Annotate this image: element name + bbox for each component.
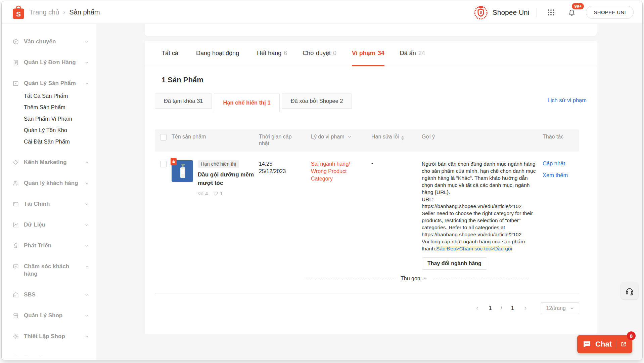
status-tabs: Tất cả Đang hoạt động Hết hàng6 Chờ duyệ…	[145, 41, 597, 66]
chat-divider	[616, 340, 616, 348]
tab-active[interactable]: Đang hoạt động	[196, 41, 241, 66]
support-headset-button[interactable]	[621, 282, 638, 299]
chat-bubble-icon	[12, 263, 19, 270]
dashed-line	[432, 279, 529, 279]
content-area: Vận chuyển Quản Lý Đơn Hàng Quản Lý Sản …	[2, 24, 642, 360]
likes-heart-icon	[213, 191, 218, 196]
col-violation-reason[interactable]: Lý do vi phạm	[311, 133, 371, 147]
subtab-deleted-by-shopee[interactable]: Đã xóa bởi Shopee 2	[282, 93, 352, 109]
restriction-badge: Hạn chế hiển thị	[198, 160, 239, 168]
chevron-up-icon	[423, 276, 428, 281]
views-eye-icon	[198, 191, 203, 196]
notifications-button[interactable]: 99+	[565, 6, 579, 19]
sidebar-item-customer-management[interactable]: Quản lý khách hàng	[12, 179, 89, 187]
col-updated-time: Thời gian cập nhật	[259, 133, 296, 147]
breadcrumb-home[interactable]: Trang chủ	[29, 8, 59, 16]
package-icon	[12, 38, 19, 45]
page-next-icon[interactable]	[523, 306, 528, 311]
select-all-checkbox[interactable]	[160, 134, 167, 140]
sidebar-item-development[interactable]: Phát Triển	[12, 242, 89, 249]
col-fix-deadline[interactable]: Hạn sửa lỗi	[371, 133, 422, 147]
breadcrumb-separator-icon: ›	[63, 9, 65, 16]
violation-reason: Sai ngành hàng/ Wrong Product Category	[311, 161, 350, 182]
violation-history-link[interactable]: Lịch sử vi phạm	[547, 97, 587, 104]
pagination: 1 / 1 12/trang	[155, 302, 579, 314]
product-name[interactable]: Dầu gội dưỡng mềm mượt tóc	[198, 170, 259, 187]
suggestion-text: Người bán cần chọn đúng danh mục ngành h…	[422, 160, 539, 252]
shop-brand[interactable]: S Shopee Uni	[473, 5, 530, 20]
sidebar-item-add-product[interactable]: Thêm Sản Phẩm	[24, 104, 89, 111]
tab-violation[interactable]: Vi phạm34	[352, 41, 384, 66]
notification-badge: 99+	[572, 3, 584, 10]
dashed-line	[306, 279, 396, 279]
chat-button[interactable]: Chat 8	[577, 335, 632, 353]
change-category-button[interactable]: Thay đổi ngành hàng	[422, 257, 487, 270]
sidebar-item-shipping[interactable]: Vận chuyển	[12, 38, 89, 45]
sidebar-item-data[interactable]: Dữ Liệu	[12, 221, 89, 229]
restricted-lock-icon	[171, 158, 177, 165]
chat-label: Chat	[595, 340, 612, 349]
shopee-logo-icon[interactable]: S	[12, 5, 25, 20]
tab-out-of-stock[interactable]: Hết hàng6	[257, 41, 287, 66]
chevron-down-icon	[85, 293, 89, 297]
col-actions: Thao tác	[543, 133, 563, 140]
product-thumbnail[interactable]	[172, 160, 193, 182]
likes-count: 1	[220, 191, 223, 196]
account-button[interactable]: SHOPEE UNI	[586, 6, 634, 19]
storefront-icon	[12, 312, 19, 319]
headset-icon	[625, 286, 634, 295]
row-checkbox[interactable]	[160, 161, 167, 167]
page-separator: /	[501, 305, 502, 312]
collapse-toggle[interactable]: Thu gọn	[401, 276, 428, 282]
col-product-name: Tên sản phẩm	[172, 133, 206, 140]
gear-icon	[12, 333, 19, 340]
chart-icon	[12, 221, 19, 228]
sidebar-item-violating-products[interactable]: Sản Phẩm Vi Phạm	[24, 115, 89, 122]
sidebar-item-customer-care[interactable]: Chăm sóc khách hàng	[12, 263, 89, 278]
apps-grid-icon[interactable]	[544, 6, 558, 19]
bell-icon	[568, 9, 576, 16]
product-info: Hạn chế hiển thị Dầu gội dưỡng mềm mượt …	[198, 160, 259, 270]
updated-date: 25/12/2023	[259, 168, 311, 175]
sidebar-item-product-settings[interactable]: Cài Đặt Sản Phẩm	[24, 138, 89, 145]
current-page: 1	[489, 305, 492, 312]
chevron-down-icon	[85, 334, 89, 339]
previous-card-remnant	[145, 24, 597, 36]
page-size-select[interactable]: 12/trang	[541, 302, 579, 314]
violation-table: Tên sản phẩm Thời gian cập nhật Lý do vi…	[155, 129, 579, 314]
tag-icon	[12, 159, 19, 166]
suggested-category-path[interactable]: Sắc Đẹp>Chăm sóc tóc>Dầu gội	[436, 246, 512, 251]
popout-icon[interactable]	[620, 341, 627, 348]
table-bottom-divider	[155, 293, 579, 293]
sidebar-item-finance[interactable]: Tài Chính	[12, 200, 89, 208]
chevron-down-icon	[85, 244, 89, 248]
sort-icon	[401, 134, 404, 142]
sidebar-item-shop-settings[interactable]: Thiết Lập Shop	[12, 333, 89, 340]
sidebar-item-help[interactable]: Trợ giúp	[12, 354, 89, 360]
sidebar-item-inventory[interactable]: Quản Lý Tồn Kho	[24, 127, 89, 134]
tab-pending-review[interactable]: Chờ duyệt0	[303, 41, 336, 66]
sidebar-group-products: Quản Lý Sản Phẩm Tất Cả Sản Phẩm Thêm Sả…	[12, 80, 89, 145]
page-prev-icon[interactable]	[475, 306, 480, 311]
svg-text:S: S	[479, 10, 482, 14]
violation-subtabs: Đã tạm khóa 31 Hạn chế hiển thị 1 Đã xóa…	[155, 93, 354, 112]
update-link[interactable]: Cập nhật	[543, 160, 579, 167]
tab-all[interactable]: Tất cả	[162, 41, 181, 66]
subtab-restricted-visibility[interactable]: Hạn chế hiển thị 1	[214, 93, 279, 112]
sidebar-item-product-management[interactable]: Quản Lý Sản Phẩm	[12, 80, 89, 87]
sidebar-item-shop-management[interactable]: Quản Lý Shop	[12, 312, 89, 319]
subtab-temporarily-locked[interactable]: Đã tạm khóa 31	[155, 93, 212, 109]
sidebar-item-sbs[interactable]: SBS	[12, 291, 89, 298]
building-icon	[12, 291, 19, 298]
chevron-down-icon	[85, 265, 89, 269]
tab-hidden[interactable]: Đã ẩn24	[400, 41, 425, 66]
sidebar-item-marketing[interactable]: Kênh Marketing	[12, 159, 89, 166]
product-list-card: Tất cả Đang hoạt động Hết hàng6 Chờ duyệ…	[145, 41, 597, 334]
wallet-icon	[12, 201, 19, 207]
shop-brand-name: Shopee Uni	[493, 8, 530, 16]
sidebar-item-orders[interactable]: Quản Lý Đơn Hàng	[12, 59, 89, 66]
chevron-down-icon	[85, 223, 89, 227]
customers-icon	[12, 180, 19, 187]
sidebar-item-all-products[interactable]: Tất Cả Sản Phẩm	[24, 92, 89, 99]
see-more-link[interactable]: Xem thêm	[543, 172, 579, 178]
